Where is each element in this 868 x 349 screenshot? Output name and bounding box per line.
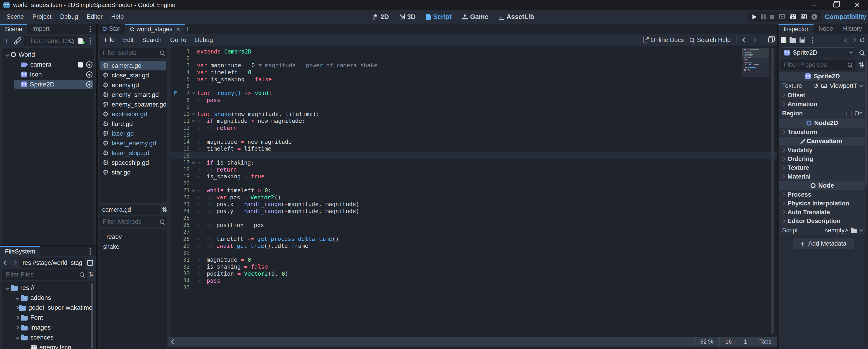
code-line-33[interactable]: 33»|position = Vector2(0, 0) (171, 270, 777, 277)
script-menu-go-to[interactable]: Go To (166, 37, 191, 43)
tree-row-sprite2d[interactable]: Sprite2D (2, 79, 94, 90)
save-resource-icon[interactable] (800, 37, 805, 43)
script-tab-world_stages[interactable]: world_stages× (125, 24, 185, 34)
code-line-20[interactable]: 20 (171, 180, 777, 187)
workspace-script[interactable]: Script (422, 13, 455, 21)
inspected-node-selector[interactable]: Sprite2D (781, 47, 855, 58)
tree-row-world[interactable]: World (2, 50, 94, 60)
close-button[interactable] (846, 0, 868, 10)
code-line-2[interactable]: 2 (171, 55, 777, 62)
inspector-scrollbar[interactable] (865, 60, 868, 347)
script-item-flare-gd[interactable]: flare.gd (100, 119, 166, 129)
code-editor[interactable]: 1extends Camera2D23var magnitude = 0 # m… (171, 46, 777, 349)
zoom-indicator[interactable]: 82 % (694, 338, 719, 345)
filter-methods-input[interactable] (102, 218, 160, 225)
group-physics-interpolation[interactable]: Physics Interpolation (779, 199, 866, 208)
section-canvasitem[interactable]: CanvasItem (779, 137, 866, 146)
scene-filter-input[interactable] (27, 37, 69, 45)
code-line-15[interactable]: 15»|timeleft = lifetime (171, 145, 777, 152)
expander-icon[interactable] (14, 296, 21, 299)
code-line-11[interactable]: 11»|if magnitude > new_magnitude: (171, 117, 777, 125)
restore-button[interactable] (825, 0, 846, 10)
back-icon[interactable] (3, 260, 8, 266)
fold-icon[interactable] (191, 91, 195, 95)
pause-icon[interactable] (761, 14, 766, 20)
script-icon[interactable] (78, 62, 83, 68)
group-auto-translate[interactable]: Auto Translate (779, 208, 866, 216)
group-transform[interactable]: Transform (779, 128, 866, 136)
minimize-button[interactable] (804, 0, 825, 10)
add-metadata-button[interactable]: +Add Metadata (793, 238, 854, 249)
tree-row-res-[interactable]: res:// (2, 283, 94, 293)
code-line-1[interactable]: 1extends Camera2D (171, 48, 777, 55)
code-line-26[interactable]: 26»|»|position = pos (171, 222, 777, 229)
script-item-laser_ship-gd[interactable]: laser_ship.gd (100, 148, 166, 158)
script-item-laser_enemy-gd[interactable]: laser_enemy.gd (100, 138, 166, 148)
code-line-31[interactable]: 31»|magnitude = 0 (171, 256, 777, 264)
script-item-spaceship-gd[interactable]: spaceship.gd (100, 158, 166, 168)
menu-editor[interactable]: Editor (82, 13, 107, 20)
load-script-icon[interactable] (851, 229, 857, 233)
filter-scripts-input[interactable] (102, 49, 160, 57)
section-node2d[interactable]: Node2D (779, 118, 866, 128)
eye-icon[interactable] (86, 71, 92, 78)
code-line-29[interactable]: 29»|»|await get_tree().idle_frame (171, 242, 777, 249)
close-tab-icon[interactable]: × (176, 26, 180, 33)
expander-icon[interactable] (15, 306, 19, 309)
code-area[interactable]: 1extends Camera2D23var magnitude = 0 # m… (171, 48, 777, 336)
add-node-icon[interactable] (2, 37, 11, 45)
script-item-camera-gd[interactable]: camera.gd (100, 61, 166, 70)
group-texture[interactable]: Texture (779, 164, 866, 172)
code-line-30[interactable]: 30 (171, 249, 777, 256)
code-line-12[interactable]: 12»|»|return (171, 125, 777, 131)
script-item-explosion-gd[interactable]: explosion.gd (100, 109, 166, 119)
code-line-8[interactable]: 8»|pass (171, 97, 777, 104)
chevron-down-icon[interactable] (860, 228, 863, 232)
checkbox-icon[interactable] (846, 111, 852, 116)
code-line-25[interactable]: 25 (171, 215, 777, 222)
group-offset[interactable]: Offset (779, 91, 866, 100)
tree-row-enemy-tscn[interactable]: enemy.tscn (2, 343, 94, 349)
resource-menu-icon[interactable] (809, 37, 816, 44)
line-col-indicator[interactable]: 16 : 1 (720, 338, 753, 345)
search-help-button[interactable]: Search Help (690, 37, 731, 43)
expander-icon[interactable] (4, 286, 11, 289)
code-line-34[interactable]: 34»|pass (171, 277, 777, 284)
script-item-enemy-gd[interactable]: enemy.gd (100, 80, 166, 90)
code-minimap[interactable] (742, 48, 769, 77)
play-custom-scene-icon[interactable] (801, 14, 807, 19)
script-item-laser-gd[interactable]: laser.gd (100, 129, 166, 138)
expander-icon[interactable] (14, 336, 21, 339)
code-line-28[interactable]: 28»|»|timeleft -= get_process_delta_time… (171, 236, 777, 242)
sort-methods-icon[interactable] (162, 207, 167, 213)
load-resource-icon[interactable] (789, 38, 796, 43)
code-line-17[interactable]: 17»|if is_shaking: (171, 159, 777, 166)
toggle-split-mode-icon[interactable] (87, 260, 93, 266)
workspace-2d[interactable]: 2D (369, 13, 393, 21)
tree-row-addons[interactable]: addons (2, 293, 94, 303)
filesystem-path-input[interactable] (22, 259, 82, 267)
movie-maker-icon[interactable] (811, 14, 817, 20)
menu-project[interactable]: Project (28, 13, 56, 20)
workspace-assetlib[interactable]: AssetLib (495, 13, 538, 21)
workspace-3d[interactable]: 3D (396, 13, 419, 21)
code-line-14[interactable]: 14»|magnitude = new_magnitude (171, 138, 777, 145)
collapse-scripts-panel-icon[interactable] (171, 339, 176, 344)
new-script-tab-icon[interactable] (185, 24, 190, 34)
code-line-24[interactable]: 24»|»|pos.y = randf_range(-magnitude, ma… (171, 208, 777, 215)
sort-files-icon[interactable] (89, 271, 94, 278)
fold-icon[interactable] (191, 112, 195, 115)
section-node[interactable]: Node (779, 181, 866, 190)
code-line-10[interactable]: 10func shake(new_magnitude, lifetime): (171, 111, 777, 117)
instance-scene-icon[interactable] (13, 37, 22, 45)
filesystem-filter-input[interactable] (5, 271, 80, 278)
code-line-35[interactable]: 35 (171, 284, 777, 291)
script-menu-search[interactable]: Search (138, 37, 166, 43)
forward-icon[interactable] (12, 260, 17, 266)
script-item-enemy_spawner-gd[interactable]: enemy_spawner.gd (100, 100, 166, 109)
open-docs-icon[interactable] (860, 50, 864, 55)
code-line-5[interactable]: 5var is_shaking = false (171, 76, 777, 83)
code-line-7[interactable]: ↱7func _ready() -> void: (171, 90, 777, 97)
indent-type-indicator[interactable]: Tabs (753, 338, 777, 345)
inspector-forward-icon[interactable] (851, 38, 857, 43)
